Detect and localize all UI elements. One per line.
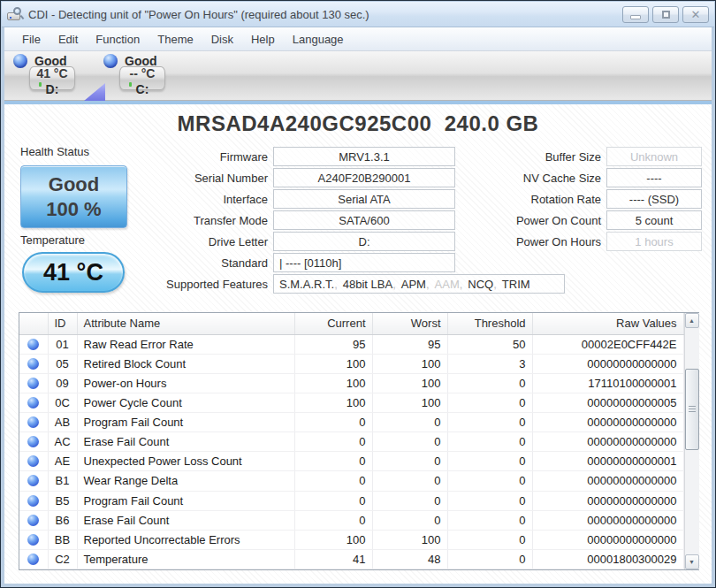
health-status-value: Good <box>49 172 99 197</box>
worst-column-header[interactable]: Worst <box>372 313 447 334</box>
row-status-cell <box>19 549 48 569</box>
table-row[interactable]: B1Wear Range Delta00000000000000000 <box>19 471 683 491</box>
cell-id: 05 <box>48 354 77 373</box>
cell-threshold: 50 <box>447 334 532 354</box>
cell-id: B1 <box>48 471 77 491</box>
maximize-button[interactable] <box>652 6 679 23</box>
title-bar[interactable]: CDI - Detecting unit of "Power On Hours"… <box>2 2 714 27</box>
cell-worst: 100 <box>372 354 447 373</box>
app-icon <box>7 7 23 21</box>
cell-threshold: 0 <box>447 432 532 452</box>
info-label: Drive Letter <box>162 235 268 248</box>
scroll-down-button[interactable]: ▼ <box>685 554 699 569</box>
cell-worst: 100 <box>372 530 447 549</box>
status-orb-icon <box>27 436 39 447</box>
cell-name: Reported Uncorrectable Errors <box>77 530 294 549</box>
info-label: Firmware <box>162 150 268 164</box>
row-status-cell <box>19 334 48 354</box>
health-status-button[interactable]: Good 100 % <box>20 165 127 228</box>
table-row[interactable]: 09Power-on Hours100100017110100000001 <box>19 373 683 393</box>
table-row[interactable]: 05Retired Block Count1001003000000000000… <box>19 354 683 373</box>
cell-raw: 00000000000005 <box>532 393 683 412</box>
status-orb-icon <box>27 378 39 389</box>
vertical-scrollbar[interactable]: ▲ ▼ <box>684 313 699 569</box>
table-row[interactable]: 0CPower Cycle Count100100000000000000005 <box>19 393 683 412</box>
status-orb-icon <box>27 495 39 507</box>
cell-worst: 100 <box>372 393 447 412</box>
menu-item-help[interactable]: Help <box>242 29 284 50</box>
cell-id: AB <box>48 413 77 432</box>
table-row[interactable]: C2Temperature4148000001800300029 <box>19 549 683 569</box>
feature-trim: TRIM <box>502 278 530 291</box>
cell-name: Program Fail Count <box>77 491 294 510</box>
current-column-header[interactable]: Current <box>294 313 372 334</box>
scrollbar-thumb[interactable] <box>685 369 699 450</box>
cell-worst: 0 <box>372 432 447 452</box>
info-value: Serial ATA <box>273 189 455 209</box>
attribute-name-column-header[interactable]: Attribute Name <box>77 313 294 334</box>
table-row[interactable]: AEUnexpected Power Loss Count00000000000… <box>19 452 683 471</box>
info-value: A240F20B290001 <box>273 168 455 187</box>
magnifier-handle <box>20 15 25 19</box>
cell-name: Erase Fail Count <box>77 432 294 452</box>
drive-tab-c[interactable]: Good -- °C C: <box>96 51 188 101</box>
info-value: ---- (SSD) <box>606 189 702 209</box>
table-row[interactable]: B5Program Fail Count00000000000000000 <box>19 491 683 510</box>
info-label: Power On Count <box>451 214 601 227</box>
info-value: 1 hours <box>606 232 702 251</box>
menu-item-function[interactable]: Function <box>87 29 149 50</box>
info-value: 5 count <box>606 210 702 230</box>
cell-raw: 00000000000000 <box>532 491 683 510</box>
menu-item-theme[interactable]: Theme <box>149 29 202 50</box>
app-window: CDI - Detecting unit of "Power On Hours"… <box>0 0 716 588</box>
cell-id: AC <box>48 432 77 452</box>
row-status-cell <box>19 432 48 452</box>
menu-bar: FileEditFunctionThemeDiskHelpLanguage <box>4 27 712 51</box>
temperature-value: 41 °C <box>43 259 103 286</box>
close-button[interactable]: ✕ <box>682 6 709 23</box>
drive-model-title: MRSAD4A240GC925C00 240.0 GB <box>4 111 712 136</box>
status-column-header[interactable] <box>19 313 48 334</box>
table-row[interactable]: 01Raw Read Error Rate95955000002E0CFF442… <box>19 334 683 354</box>
threshold-column-header[interactable]: Threshold <box>447 313 532 334</box>
cell-raw: 00000000000001 <box>532 452 683 471</box>
id-column-header[interactable]: ID <box>48 313 77 334</box>
temperature-badge: 41 °C <box>22 252 125 293</box>
cell-threshold: 0 <box>447 413 532 432</box>
info-label: Standard <box>162 256 268 270</box>
info-value: ---- <box>606 168 702 187</box>
menu-item-language[interactable]: Language <box>284 29 353 50</box>
info-label: NV Cache Size <box>451 172 601 185</box>
close-icon: ✕ <box>691 9 701 20</box>
magnifier-icon <box>13 7 21 15</box>
cell-id: 09 <box>48 373 77 393</box>
info-label: Buffer Size <box>451 150 601 164</box>
drive-tab-d[interactable]: Good 41 °C D: <box>6 51 98 101</box>
cell-raw: 00000000000000 <box>532 354 683 373</box>
cell-name: Wear Range Delta <box>77 471 294 491</box>
raw-values-column-header[interactable]: Raw Values <box>532 313 683 334</box>
cell-worst: 0 <box>372 452 447 471</box>
row-status-cell <box>19 471 48 491</box>
drive-tab-bar: Good 41 °C D: Good -- °C C: <box>4 51 712 101</box>
minimize-button[interactable] <box>622 6 649 23</box>
menu-item-disk[interactable]: Disk <box>202 29 242 50</box>
cell-worst: 48 <box>372 549 447 569</box>
cell-threshold: 0 <box>447 393 532 412</box>
supported-features-value: S.M.A.R.T.,48bit LBA,APM,AAM,NCQ,TRIM <box>273 274 565 294</box>
menu-item-edit[interactable]: Edit <box>50 29 87 50</box>
menu-item-file[interactable]: File <box>13 29 50 50</box>
table-row[interactable]: ACErase Fail Count00000000000000000 <box>19 432 683 452</box>
table-row[interactable]: B6Erase Fail Count00000000000000000 <box>19 510 683 530</box>
cell-current: 95 <box>294 334 372 354</box>
scroll-up-button[interactable]: ▲ <box>685 313 699 328</box>
table-row[interactable]: BBReported Uncorrectable Errors100100000… <box>19 530 683 549</box>
table-row[interactable]: ABProgram Fail Count00000000000000000 <box>19 413 683 432</box>
status-orb-icon <box>27 358 39 370</box>
info-label: Rotation Rate <box>451 193 601 206</box>
info-label: Power On Hours <box>451 235 601 248</box>
info-value: MRV1.3.1 <box>273 147 455 166</box>
cell-current: 100 <box>294 373 372 393</box>
app-icon-led <box>10 17 11 19</box>
minimize-icon <box>630 15 641 19</box>
